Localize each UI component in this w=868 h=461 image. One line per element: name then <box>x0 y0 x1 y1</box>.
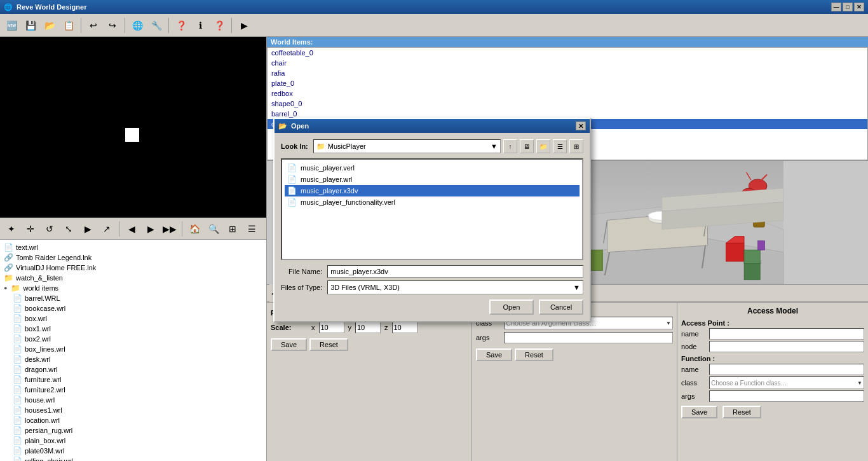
dlg-file-label-x3dv: music_player.x3dv <box>301 187 358 195</box>
dlg-file-x3dv[interactable]: 📄 music_player.x3dv <box>285 185 580 196</box>
look-in-value: 📁 MusicPlayer <box>316 142 366 151</box>
look-in-combo[interactable]: 📁 MusicPlayer ▼ <box>313 139 501 153</box>
dlg-file-functionality[interactable]: 📄 music_player_functionality.verl <box>285 196 580 208</box>
dialog-body: Look In: 📁 MusicPlayer ▼ ↑ 🖥 📁 ☰ ⊞ 📄 <box>275 133 590 321</box>
dialog-close-button[interactable]: ✕ <box>576 121 586 130</box>
dlg-file-icon-verl: 📄 <box>287 163 297 172</box>
dlg-file-icon-wrl: 📄 <box>287 175 297 184</box>
look-in-arrow-icon: ▼ <box>491 142 498 150</box>
dialog-up-button[interactable]: ↑ <box>503 139 517 153</box>
dlg-file-label-wrl: music_player.wrl <box>301 175 352 183</box>
dialog-list-view-button[interactable]: ☰ <box>553 139 567 153</box>
files-of-type-value: 3D Files (VRML, X3D) <box>330 284 400 291</box>
dialog-titlebar: 📂 Open ✕ <box>275 119 590 133</box>
dialog-toolbar: Look In: 📁 MusicPlayer ▼ ↑ 🖥 📁 ☰ ⊞ <box>281 139 583 153</box>
dlg-file-icon-x3dv: 📄 <box>287 186 297 195</box>
open-dialog: 📂 Open ✕ Look In: 📁 MusicPlayer ▼ ↑ 🖥 📁 <box>273 118 591 322</box>
dlg-bottom-area: File Name: Files of Type: 3D Files (VRML… <box>281 265 583 294</box>
dialog-desktop-button[interactable]: 🖥 <box>520 139 534 153</box>
files-of-type-arrow-icon: ▼ <box>573 284 580 291</box>
dlg-file-wrl[interactable]: 📄 music_player.wrl <box>285 174 580 185</box>
dlg-file-verl[interactable]: 📄 music_player.verl <box>285 162 580 174</box>
file-name-input[interactable] <box>327 265 583 278</box>
dialog-title-text: Open <box>291 122 309 130</box>
dialog-new-folder-button[interactable]: 📁 <box>536 139 550 153</box>
folder-icon: 📁 <box>316 142 325 151</box>
dlg-file-label-func: music_player_functionality.verl <box>301 198 395 206</box>
dialog-detail-view-button[interactable]: ⊞ <box>569 139 583 153</box>
files-of-type-combo[interactable]: 3D Files (VRML, X3D) ▼ <box>327 280 583 294</box>
dialog-icon: 📂 <box>278 122 287 130</box>
dialog-title-left: 📂 Open <box>278 122 309 130</box>
dialog-cancel-button[interactable]: Cancel <box>539 299 583 315</box>
dialog-file-list[interactable]: 📄 music_player.verl 📄 music_player.wrl 📄… <box>281 158 583 260</box>
file-name-label: File Name: <box>281 268 322 275</box>
dialog-overlay: 📂 Open ✕ Look In: 📁 MusicPlayer ▼ ↑ 🖥 📁 <box>0 0 868 461</box>
dlg-buttons-area: Open Cancel <box>281 299 583 315</box>
dialog-open-button[interactable]: Open <box>489 299 534 315</box>
dlg-file-icon-func: 📄 <box>287 198 297 207</box>
look-in-label: Look In: <box>281 142 308 150</box>
dlg-file-label-verl: music_player.verl <box>301 164 355 172</box>
files-of-type-label: Files of Type: <box>281 284 322 291</box>
